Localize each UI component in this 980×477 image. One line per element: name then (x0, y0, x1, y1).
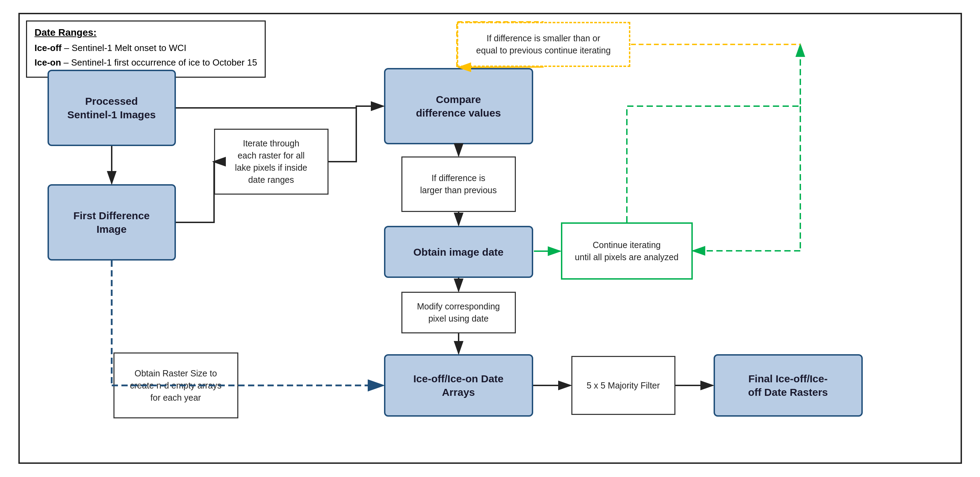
iterate-note-label: Iterate througheach raster for alllake p… (235, 137, 307, 186)
larger-note-label: If difference islarger than previous (420, 172, 497, 196)
ice-off-arrays-label: Ice-off/Ice-on DateArrays (413, 372, 503, 399)
first-difference-label: First DifferenceImage (70, 205, 153, 239)
box-iterate-note: Iterate througheach raster for alllake p… (214, 129, 329, 195)
legend-iceoff-key: Ice-off (35, 43, 62, 53)
box-final-rasters: Final Ice-off/Ice-off Date Rasters (714, 354, 863, 417)
box-smaller-note: If difference is smaller than orequal to… (457, 22, 630, 67)
box-raster-size-note: Obtain Raster Size tocreate n-d empty ar… (113, 353, 238, 418)
smaller-note-label: If difference is smaller than orequal to… (476, 32, 611, 57)
modify-note-label: Modify correspondingpixel using date (417, 301, 500, 325)
legend-item-iceon: Ice-on – Sentinel-1 first occurrence of … (35, 56, 258, 69)
majority-filter-label: 5 x 5 Majority Filter (587, 380, 660, 392)
sentinel-images-label: ProcessedSentinel-1 Images (64, 91, 159, 125)
obtain-image-date-label: Obtain image date (413, 245, 503, 259)
legend-item-iceoff: Ice-off – Sentinel-1 Melt onset to WCI (35, 41, 258, 54)
box-modify-note: Modify correspondingpixel using date (401, 292, 516, 333)
box-first-difference: First DifferenceImage (48, 184, 176, 261)
box-compare-values: Comparedifference values (384, 68, 533, 144)
legend-iceon-value: – Sentinel-1 first occurrence of ice to … (64, 57, 257, 68)
compare-values-label: Comparedifference values (416, 93, 501, 120)
raster-size-note-label: Obtain Raster Size tocreate n-d empty ar… (130, 367, 222, 404)
box-sentinel-images: ProcessedSentinel-1 Images (48, 70, 176, 146)
box-ice-off-arrays: Ice-off/Ice-on DateArrays (384, 354, 533, 417)
box-larger-note: If difference islarger than previous (401, 156, 516, 212)
box-continue-iterating: Continue iteratinguntil all pixels are a… (561, 223, 693, 280)
final-rasters-label: Final Ice-off/Ice-off Date Rasters (748, 372, 828, 399)
legend-box: Date Ranges: Ice-off – Sentinel-1 Melt o… (26, 21, 266, 78)
main-container: Date Ranges: Ice-off – Sentinel-1 Melt o… (18, 13, 962, 464)
box-obtain-image-date: Obtain image date (384, 226, 533, 278)
continue-iterating-label: Continue iteratinguntil all pixels are a… (575, 239, 679, 263)
legend-iceoff-value: – Sentinel-1 Melt onset to WCI (64, 43, 187, 53)
box-majority-filter: 5 x 5 Majority Filter (571, 356, 675, 415)
legend-title: Date Ranges: (35, 27, 258, 38)
legend-iceon-key: Ice-on (35, 57, 61, 68)
svg-line-10 (458, 67, 544, 67)
